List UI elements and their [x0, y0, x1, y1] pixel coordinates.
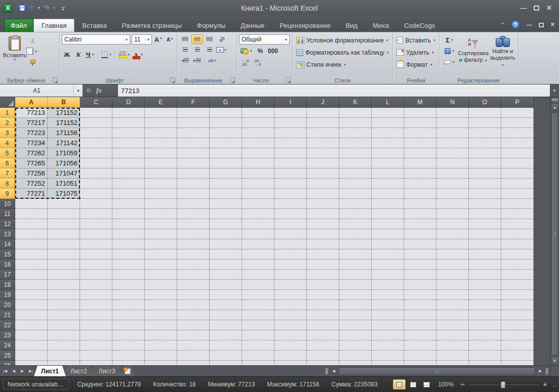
cell-I2[interactable] — [274, 118, 307, 128]
cell-M8[interactable] — [404, 179, 436, 189]
cell-H12[interactable] — [242, 219, 274, 229]
cell-H21[interactable] — [242, 310, 274, 320]
cell-M10[interactable] — [404, 199, 436, 209]
cell-O22[interactable] — [469, 320, 501, 330]
cell-P13[interactable] — [501, 229, 534, 239]
cell-P11[interactable] — [501, 209, 534, 219]
cell-G25[interactable] — [210, 351, 242, 361]
cell-J8[interactable] — [307, 179, 339, 189]
cell-O18[interactable] — [469, 280, 501, 290]
tab-данные[interactable]: Данные — [233, 19, 272, 32]
cell-G19[interactable] — [210, 290, 242, 300]
cell-F7[interactable] — [177, 168, 210, 179]
cell-B12[interactable] — [48, 219, 80, 229]
cell-L9[interactable] — [372, 189, 404, 199]
cell-L26[interactable] — [372, 361, 404, 365]
sheet-tab-лист2[interactable]: Лист2 — [63, 366, 94, 376]
cell-I24[interactable] — [274, 340, 307, 351]
cell-D5[interactable] — [112, 148, 145, 158]
cell-N20[interactable] — [436, 300, 469, 310]
cell-K9[interactable] — [339, 189, 372, 199]
cell-P5[interactable] — [501, 148, 534, 158]
cell-N24[interactable] — [436, 340, 469, 351]
cell-B25[interactable] — [48, 351, 80, 361]
cell-M22[interactable] — [404, 320, 436, 330]
cell-B22[interactable] — [48, 320, 80, 330]
cell-G9[interactable] — [210, 189, 242, 199]
cell-P22[interactable] — [501, 320, 534, 330]
cell-N1[interactable] — [436, 108, 469, 118]
cell-O15[interactable] — [469, 249, 501, 259]
cell-F8[interactable] — [177, 179, 210, 189]
cell-P25[interactable] — [501, 351, 534, 361]
cell-M9[interactable] — [404, 189, 436, 199]
cell-I26[interactable] — [274, 361, 307, 365]
cell-I5[interactable] — [274, 148, 307, 158]
bold-button[interactable]: Ж — [62, 50, 72, 60]
cell-P20[interactable] — [501, 300, 534, 310]
cell-M24[interactable] — [404, 340, 436, 351]
cell-K8[interactable] — [339, 179, 372, 189]
accounting-format-button[interactable]: ▼ — [240, 46, 253, 56]
cell-C25[interactable] — [80, 351, 112, 361]
row-header-16[interactable]: 16 — [0, 259, 15, 270]
cell-K11[interactable] — [339, 209, 372, 219]
cell-B10[interactable] — [48, 199, 80, 209]
row-header-6[interactable]: 6 — [0, 158, 15, 168]
cell-M15[interactable] — [404, 249, 436, 259]
cell-J7[interactable] — [307, 168, 339, 179]
doc-restore-icon[interactable] — [539, 23, 544, 27]
cell-H1[interactable] — [242, 108, 274, 118]
cell-H4[interactable] — [242, 138, 274, 148]
cell-H18[interactable] — [242, 280, 274, 290]
horizontal-scroll-thumb[interactable] — [339, 367, 535, 375]
cell-N17[interactable] — [436, 270, 469, 280]
cell-A26[interactable] — [15, 361, 48, 365]
cell-K6[interactable] — [339, 158, 372, 168]
cell-A13[interactable] — [15, 229, 48, 239]
cell-C16[interactable] — [80, 259, 112, 270]
zoom-in-icon[interactable]: + — [541, 381, 549, 388]
tab-вид[interactable]: Вид — [338, 19, 366, 32]
cell-F1[interactable] — [177, 108, 210, 118]
cell-O19[interactable] — [469, 290, 501, 300]
cell-O23[interactable] — [469, 330, 501, 340]
cell-B26[interactable] — [48, 361, 80, 365]
cell-B24[interactable] — [48, 340, 80, 351]
cell-N19[interactable] — [436, 290, 469, 300]
cell-K13[interactable] — [339, 229, 372, 239]
cell-E26[interactable] — [145, 361, 177, 365]
cell-P26[interactable] — [501, 361, 534, 365]
cell-O2[interactable] — [469, 118, 501, 128]
align-center-button[interactable] — [191, 45, 203, 55]
cell-J20[interactable] — [307, 300, 339, 310]
cell-M12[interactable] — [404, 219, 436, 229]
cell-O7[interactable] — [469, 168, 501, 179]
cell-I25[interactable] — [274, 351, 307, 361]
expand-formula-bar-icon[interactable]: ▼ — [550, 84, 559, 97]
cell-B16[interactable] — [48, 259, 80, 270]
cell-J5[interactable] — [307, 148, 339, 158]
cell-A5[interactable]: 77262 — [15, 148, 48, 158]
cell-H3[interactable] — [242, 128, 274, 138]
cell-F14[interactable] — [177, 239, 210, 249]
cell-E6[interactable] — [145, 158, 177, 168]
cell-I12[interactable] — [274, 219, 307, 229]
cell-G12[interactable] — [210, 219, 242, 229]
cell-I7[interactable] — [274, 168, 307, 179]
minimize-icon[interactable]: — — [520, 4, 527, 13]
cell-H19[interactable] — [242, 290, 274, 300]
cell-N22[interactable] — [436, 320, 469, 330]
cell-B2[interactable]: 171152 — [48, 118, 80, 128]
cell-L11[interactable] — [372, 209, 404, 219]
cell-J2[interactable] — [307, 118, 339, 128]
cell-E7[interactable] — [145, 168, 177, 179]
cell-A14[interactable] — [15, 239, 48, 249]
cell-M2[interactable] — [404, 118, 436, 128]
cell-E17[interactable] — [145, 270, 177, 280]
cell-P15[interactable] — [501, 249, 534, 259]
cell-L10[interactable] — [372, 199, 404, 209]
font-color-button[interactable]: A▼ — [132, 50, 144, 60]
cell-E18[interactable] — [145, 280, 177, 290]
cell-M4[interactable] — [404, 138, 436, 148]
